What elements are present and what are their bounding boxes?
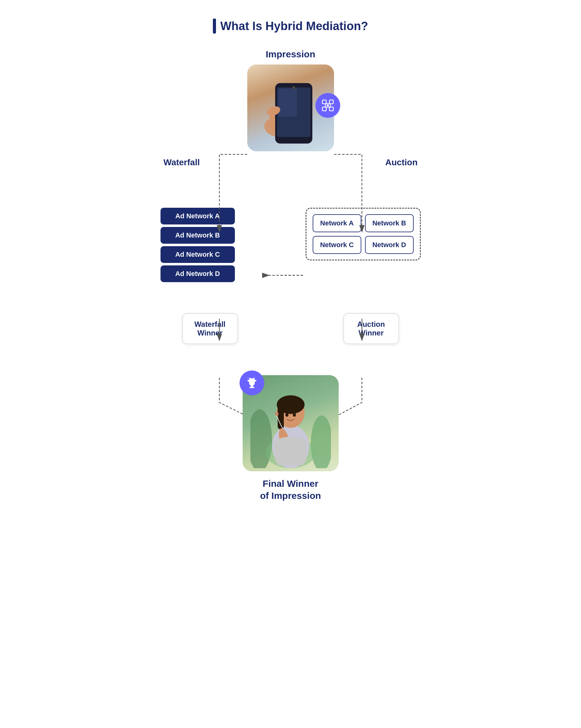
impression-image-wrap [247, 64, 334, 151]
final-winner-label: Final Winnerof Impression [260, 477, 321, 502]
ad-network-a: Ad Network A [161, 208, 235, 225]
eye-icon [321, 99, 334, 112]
svg-rect-21 [251, 385, 253, 387]
svg-rect-22 [249, 387, 254, 388]
waterfall-label: Waterfall [164, 157, 200, 167]
phone-hand-illustration [256, 71, 325, 145]
network-a: Network A [313, 214, 361, 232]
svg-point-16 [327, 104, 329, 107]
network-c: Network C [313, 236, 361, 254]
svg-rect-13 [322, 107, 326, 111]
impression-label: Impression [266, 49, 315, 59]
svg-point-38 [293, 413, 296, 417]
svg-rect-12 [329, 100, 333, 104]
svg-rect-32 [278, 405, 284, 430]
title-bar-icon [213, 19, 216, 33]
svg-text:✦: ✦ [247, 377, 249, 379]
svg-rect-14 [329, 107, 333, 111]
svg-text:✦: ✦ [253, 377, 254, 379]
svg-point-33 [275, 412, 279, 416]
auction-winner-box: AuctionWinner [343, 313, 399, 344]
eye-badge [315, 93, 340, 118]
network-b: Network B [365, 214, 414, 232]
diagram: Impression [151, 49, 430, 502]
final-image-wrap: ✦ ✦ ✦ [243, 375, 339, 471]
ad-network-list: Ad Network A Ad Network B Ad Network C A… [161, 208, 235, 282]
page-title: What Is Hybrid Mediation? [220, 20, 368, 33]
ad-network-d: Ad Network D [161, 265, 235, 282]
svg-point-27 [311, 415, 331, 468]
ad-network-c: Ad Network C [161, 246, 235, 263]
auction-grid-container: Network A Network B Network C Network D [306, 208, 421, 260]
svg-point-8 [293, 87, 295, 89]
page-container: What Is Hybrid Mediation? Impression [142, 6, 439, 520]
woman-illustration [250, 378, 331, 468]
svg-rect-9 [278, 89, 297, 116]
auction-grid: Network A Network B Network C Network D [313, 214, 414, 254]
svg-text:✦: ✦ [249, 377, 251, 380]
waterfall-winner-box: WaterfallWinner [182, 313, 238, 344]
auction-label: Auction [385, 157, 417, 167]
trophy-icon: ✦ ✦ ✦ [245, 376, 259, 390]
network-d: Network D [365, 236, 414, 254]
ad-network-b: Ad Network B [161, 227, 235, 244]
auction-winner-label: AuctionWinner [357, 320, 385, 337]
trophy-badge: ✦ ✦ ✦ [240, 370, 264, 395]
title-row: What Is Hybrid Mediation? [148, 19, 433, 33]
svg-rect-11 [322, 100, 326, 104]
svg-point-37 [285, 413, 288, 417]
waterfall-winner-label: WaterfallWinner [194, 320, 225, 337]
